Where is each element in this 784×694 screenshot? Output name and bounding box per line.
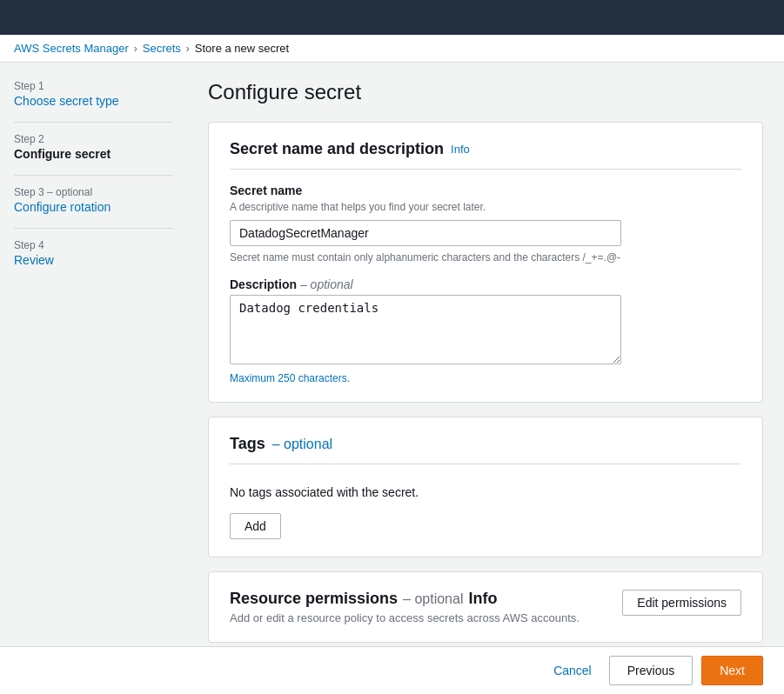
content-area: Configure secret Secret name and descrip… <box>187 63 784 694</box>
step-1-item: Step 1 Choose secret type <box>14 80 173 108</box>
secret-name-header-label: Secret name and description <box>230 140 444 158</box>
step-4-label: Step 4 <box>14 239 173 251</box>
tags-card-header: Tags – optional <box>230 435 741 464</box>
resource-title-block: Resource permissions – optional Info Add… <box>230 590 580 624</box>
step-2-label: Step 2 <box>14 133 173 145</box>
cancel-button[interactable]: Cancel <box>545 658 600 683</box>
bottom-bar: Cancel Previous Next <box>0 646 784 694</box>
secret-name-card: Secret name and description Info Secret … <box>208 122 763 403</box>
secret-name-section: Secret name A descriptive name that help… <box>230 184 741 264</box>
sidebar-item-choose-secret-type[interactable]: Choose secret type <box>14 94 173 108</box>
tags-header-label: Tags <box>230 435 265 453</box>
breadcrumb: AWS Secrets Manager › Secrets › Store a … <box>0 35 784 63</box>
resource-permissions-description: Add or edit a resource policy to access … <box>230 611 580 624</box>
step-1-label: Step 1 <box>14 80 173 92</box>
secret-name-hint: A descriptive name that helps you find y… <box>230 201 741 213</box>
step-divider-2 <box>14 175 173 176</box>
breadcrumb-current-page: Store a new secret <box>195 42 289 55</box>
breadcrumb-link-secrets[interactable]: Secrets <box>143 42 181 55</box>
sidebar-item-review[interactable]: Review <box>14 253 173 267</box>
main-layout: Step 1 Choose secret type Step 2 Configu… <box>0 63 784 694</box>
description-label: Description – optional <box>230 277 741 291</box>
description-max-chars: Maximum 250 characters. <box>230 372 741 384</box>
next-button[interactable]: Next <box>701 656 763 685</box>
secret-name-input[interactable] <box>230 220 621 246</box>
secret-name-validation: Secret name must contain only alphanumer… <box>230 251 741 264</box>
add-tag-button[interactable]: Add <box>230 513 281 539</box>
sidebar: Step 1 Choose secret type Step 2 Configu… <box>0 63 187 694</box>
breadcrumb-separator-1: › <box>134 43 137 55</box>
no-tags-text: No tags associated with the secret. <box>230 478 741 499</box>
description-textarea[interactable]: Datadog credentials <box>230 295 621 364</box>
secret-name-info-link[interactable]: Info <box>451 143 470 156</box>
resource-title: Resource permissions – optional Info <box>230 590 580 608</box>
secret-name-label: Secret name <box>230 184 741 197</box>
edit-permissions-button[interactable]: Edit permissions <box>622 590 741 616</box>
resource-permissions-header: Resource permissions – optional Info Add… <box>230 590 741 624</box>
breadcrumb-separator-2: › <box>186 43 190 55</box>
resource-permissions-info-link[interactable]: Info <box>468 590 497 608</box>
top-navigation-bar <box>0 0 784 35</box>
secret-name-card-header: Secret name and description Info <box>230 140 741 170</box>
step-divider-3 <box>14 228 173 229</box>
page-title: Configure secret <box>208 80 763 104</box>
breadcrumb-link-secrets-manager[interactable]: AWS Secrets Manager <box>14 42 129 55</box>
description-section: Description – optional Datadog credentia… <box>230 277 741 384</box>
sidebar-item-configure-rotation[interactable]: Configure rotation <box>14 200 173 214</box>
step-2-item: Step 2 Configure secret <box>14 133 173 161</box>
sidebar-item-configure-secret: Configure secret <box>14 147 173 161</box>
step-4-item: Step 4 Review <box>14 239 173 267</box>
tags-card: Tags – optional No tags associated with … <box>208 417 763 557</box>
step-divider-1 <box>14 122 173 123</box>
resource-permissions-card: Resource permissions – optional Info Add… <box>208 571 763 643</box>
step-3-item: Step 3 – optional Configure rotation <box>14 186 173 214</box>
tags-header-optional: – optional <box>272 437 332 452</box>
step-3-label: Step 3 – optional <box>14 186 173 198</box>
previous-button[interactable]: Previous <box>609 656 693 685</box>
